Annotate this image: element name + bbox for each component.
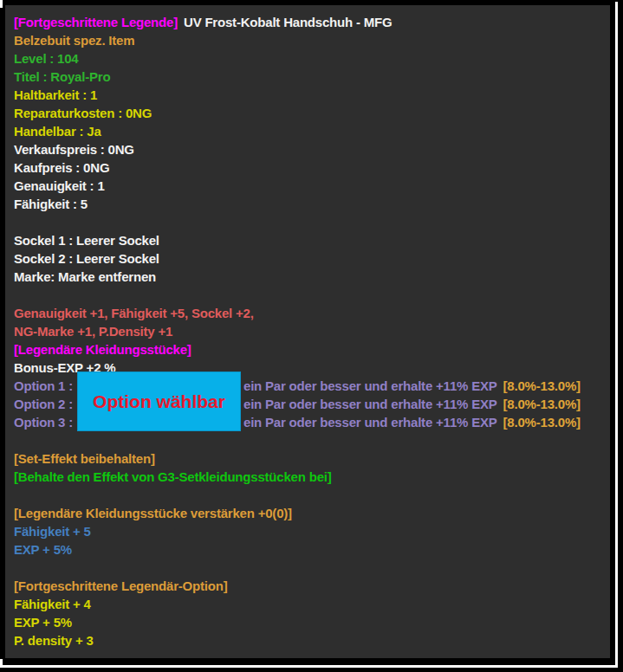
- item-verkaufspreis: Verkaufspreis : 0NG: [14, 140, 610, 158]
- option-2-text: ein Par oder besser und erhalte +11% EXP…: [243, 395, 581, 413]
- spacer: [14, 286, 610, 304]
- spacer: [14, 559, 610, 577]
- option-1-range: [8.0%-13.0%]: [503, 378, 581, 393]
- spacer: [14, 431, 610, 449]
- item-genauigkeit: Genauigkeit : 1: [14, 177, 610, 195]
- item-titel: Titel : Royal-Pro: [14, 68, 610, 86]
- frame-tick-top-left: [0, 0, 3, 8]
- frame-tick-bottom-left: [0, 659, 3, 668]
- option-waehlbar-label: Option wählbar: [93, 391, 225, 412]
- item-faehigkeit: Fähigkeit : 5: [14, 195, 610, 213]
- option-2-desc: ein Par oder besser und erhalte +11% EXP: [243, 397, 497, 411]
- item-name: UV Frost-Kobalt Handschuh - MFG: [184, 15, 392, 29]
- tooltip-content: [Fortgeschrittene Legende]UV Frost-Kobal…: [5, 5, 610, 658]
- item-handelbar: Handelbar : Ja: [14, 122, 610, 140]
- spacer: [14, 213, 610, 231]
- item-kaufpreis: Kaufpreis : 0NG: [14, 158, 610, 177]
- item-sockel-2: Sockel 2 : Leerer Sockel: [14, 249, 610, 268]
- frame-highlight-bottom: [2, 665, 618, 668]
- option-1-desc: ein Par oder besser und erhalte +11% EXP: [243, 378, 497, 393]
- frame-highlight-right: [615, 2, 618, 666]
- advanced-stat-2: EXP + 5%: [14, 613, 610, 631]
- advanced-stat-3: P. density + 3: [14, 631, 610, 649]
- item-bonus-line-2: NG-Marke +1, P.Density +1: [14, 322, 610, 340]
- option-3-range: [8.0%-13.0%]: [503, 415, 581, 430]
- item-special-label: Belzebuit spez. Item: [14, 31, 610, 49]
- option-3-text: ein Par oder besser und erhalte +11% EXP…: [243, 413, 581, 431]
- option-3-prefix: Option 3 :: [14, 415, 73, 430]
- verstaerken-stat-2: EXP + 5%: [14, 540, 610, 559]
- option-waehlbar-overlay[interactable]: Option wählbar: [77, 372, 241, 431]
- option-2-prefix: Option 2 :: [14, 397, 73, 411]
- item-sockel-1: Sockel 1 : Leerer Sockel: [14, 231, 610, 249]
- set-effekt-header: [Set-Effekt beibehalten]: [14, 449, 610, 468]
- spacer: [14, 486, 610, 504]
- item-bonus-line-1: Genauigkeit +1, Fähigkeit +5, Sockel +2,: [14, 304, 610, 322]
- item-haltbarkeit: Haltbarkeit : 1: [14, 86, 610, 104]
- verstaerken-stat-1: Fähigkeit + 5: [14, 522, 610, 540]
- option-3-desc: ein Par oder besser und erhalte +11% EXP: [243, 415, 497, 430]
- set-effekt-desc: [Behalte den Effekt von G3-Setkleidungss…: [14, 468, 610, 486]
- verstaerken-header: [Legendäre Kleidungsstücke verstärken +0…: [14, 504, 610, 522]
- advanced-legend-header: [Fortgeschrittene Legendär-Option]: [14, 577, 610, 595]
- advanced-stat-1: Fähigkeit + 4: [14, 595, 610, 613]
- item-legend-tag: [Fortgeschrittene Legende]: [14, 15, 178, 29]
- item-level: Level : 104: [14, 49, 610, 68]
- item-reparaturkosten: Reparaturkosten : 0NG: [14, 104, 610, 122]
- item-marke: Marke: Marke entfernen: [14, 268, 610, 286]
- option-2-range: [8.0%-13.0%]: [503, 397, 581, 411]
- legend-clothes-header: [Legendäre Kleidungsstücke]: [14, 340, 610, 359]
- option-1-prefix: Option 1 :: [14, 378, 73, 393]
- item-title-line: [Fortgeschrittene Legende]UV Frost-Kobal…: [14, 13, 610, 31]
- option-1-text: ein Par oder besser und erhalte +11% EXP…: [243, 377, 581, 395]
